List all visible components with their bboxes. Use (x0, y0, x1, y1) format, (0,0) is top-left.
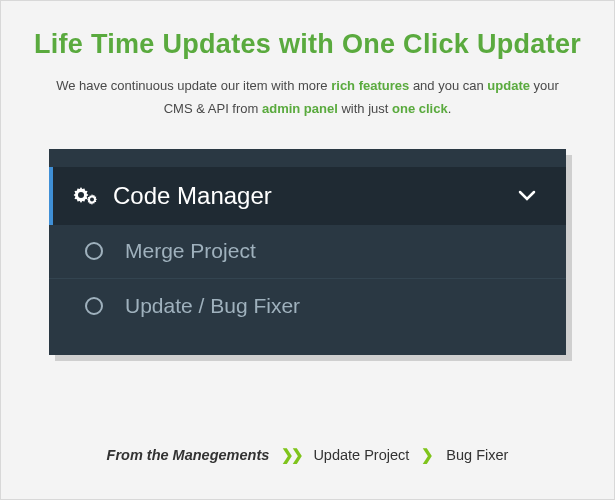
gears-icon (71, 185, 99, 207)
double-chevron-icon: ❯❯ (281, 447, 301, 463)
menu-item-merge-project[interactable]: Merge Project (49, 225, 566, 279)
subtitle: We have continuous update our item with … (1, 60, 614, 121)
breadcrumb-step: Bug Fixer (446, 447, 508, 463)
subtitle-text: and you can (409, 78, 487, 93)
menu-item-label: Merge Project (125, 239, 256, 263)
menu-header-label: Code Manager (113, 182, 518, 210)
circle-icon (85, 242, 103, 260)
svg-point-0 (78, 192, 84, 198)
subtitle-highlight: admin panel (262, 101, 338, 116)
chevron-down-icon (518, 190, 536, 202)
breadcrumb: From the Manegements ❯❯ Update Project ❯… (1, 447, 614, 463)
breadcrumb-from: From the Manegements (107, 447, 270, 463)
subtitle-highlight: one click (392, 101, 448, 116)
menu-item-update-bug-fixer[interactable]: Update / Bug Fixer (49, 279, 566, 333)
menu-header-code-manager[interactable]: Code Manager (49, 167, 566, 225)
subtitle-highlight: update (487, 78, 530, 93)
page-title: Life Time Updates with One Click Updater (1, 1, 614, 60)
menu-panel: Code Manager Merge Project Update / Bug … (49, 149, 566, 355)
subtitle-text: We have continuous update our item with … (56, 78, 331, 93)
chevron-right-icon: ❯ (421, 447, 434, 463)
svg-point-1 (90, 197, 94, 201)
menu-item-label: Update / Bug Fixer (125, 294, 300, 318)
circle-icon (85, 297, 103, 315)
subtitle-text: . (448, 101, 452, 116)
subtitle-text: with just (338, 101, 392, 116)
breadcrumb-step: Update Project (313, 447, 409, 463)
subtitle-highlight: rich features (331, 78, 409, 93)
